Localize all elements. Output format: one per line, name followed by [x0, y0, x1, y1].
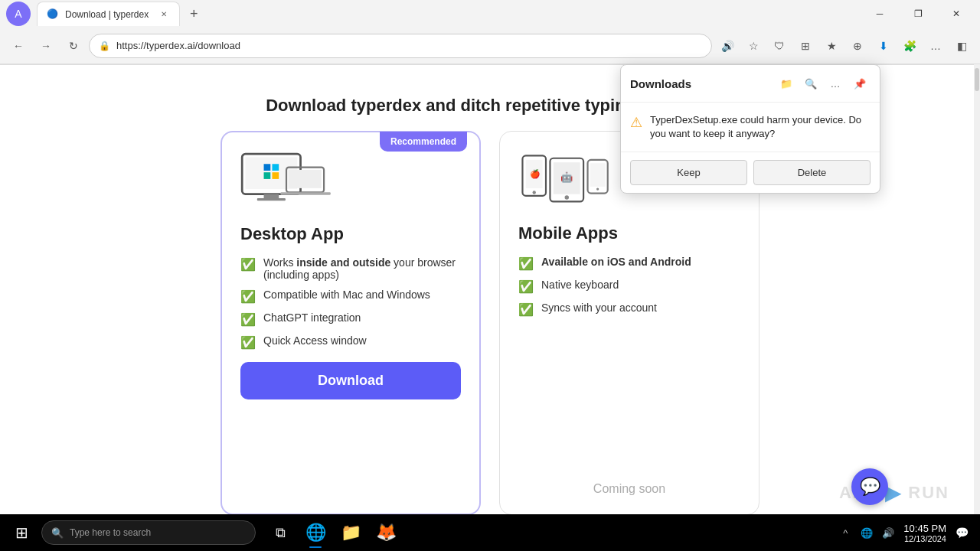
taskbar-search-placeholder: Type here to search	[70, 527, 151, 538]
read-aloud-button[interactable]: 🔊	[715, 34, 740, 58]
desktop-feature-list: ✅ Works inside and outside your browser …	[240, 256, 461, 350]
downloads-pin-button[interactable]: 📌	[849, 73, 871, 94]
back-button[interactable]: ←	[6, 34, 31, 58]
favorites-button[interactable]: ☆	[741, 34, 766, 58]
feature-item-3: ✅ ChatGPT integration	[240, 311, 461, 327]
desktop-card-title: Desktop App	[240, 224, 461, 244]
tab-close-button[interactable]: ✕	[158, 8, 170, 21]
split-screen-button[interactable]: ⊞	[793, 34, 818, 58]
desktop-app-icon	[240, 151, 332, 212]
warning-message: TyperDexSetup.exe could harm your device…	[650, 113, 871, 141]
mobile-check-icon-2: ✅	[518, 279, 534, 294]
taskbar: ⊞ 🔍 Type here to search ⧉ 🌐 📁 🦊 ^ 🌐 🔊 10…	[0, 514, 980, 551]
mobile-feature-list: ✅ Available on iOS and Android ✅ Native …	[518, 256, 740, 317]
chat-fab-button[interactable]: 💬	[851, 468, 888, 505]
downloads-search-button[interactable]: 🔍	[800, 73, 822, 94]
minimize-button[interactable]: ─	[862, 0, 897, 28]
svg-rect-7	[272, 172, 279, 179]
downloads-warning: ⚠ TyperDexSetup.exe could harm your devi…	[621, 103, 880, 152]
taskbar-system-tray: ^ 🌐 🔊 10:45 PM 12/13/2024 💬	[836, 523, 977, 543]
mobile-feature-text-1: Available on iOS and Android	[541, 256, 691, 268]
taskbar-explorer-app[interactable]: 📁	[334, 516, 368, 549]
tab-favicon: 🔵	[47, 8, 59, 21]
coming-soon-text: Coming soon	[518, 467, 740, 496]
scrollbar-thumb[interactable]	[975, 68, 979, 91]
browser-essentials-button[interactable]: 🛡	[767, 34, 792, 58]
svg-rect-10	[280, 192, 330, 194]
watermark-run-text: RUN	[908, 483, 949, 503]
svg-rect-3	[257, 198, 286, 201]
feature-item-4: ✅ Quick Access window	[240, 334, 461, 350]
profile-avatar[interactable]: A	[6, 2, 31, 26]
download-button[interactable]: ⬇	[871, 34, 896, 58]
edge-icon: 🌐	[305, 523, 326, 543]
svg-point-13	[533, 191, 536, 194]
taskbar-network-icon[interactable]: 🌐	[858, 523, 876, 542]
restore-button[interactable]: ❐	[900, 0, 936, 28]
settings-button[interactable]: …	[923, 34, 948, 58]
collections-button[interactable]: ⊕	[845, 34, 870, 58]
svg-point-21	[596, 187, 599, 190]
downloads-header-actions: 📁 🔍 … 📌	[776, 73, 871, 94]
svg-text:🤖: 🤖	[560, 171, 573, 184]
svg-rect-2	[264, 194, 279, 197]
favorites-bar-button[interactable]: ★	[819, 34, 844, 58]
downloads-panel-title: Downloads	[630, 77, 776, 90]
address-bar[interactable]: 🔒 https://typerdex.ai/download	[89, 34, 712, 58]
taskbar-firefox-app[interactable]: 🦊	[369, 516, 403, 549]
taskbar-search-bar[interactable]: 🔍 Type here to search	[41, 520, 256, 545]
sidebar-button[interactable]: ◧	[949, 34, 974, 58]
svg-rect-5	[272, 164, 279, 171]
forward-button[interactable]: →	[34, 34, 58, 58]
chat-icon: 💬	[860, 477, 880, 497]
tab-title: Download | typerdex	[65, 9, 149, 20]
taskbar-edge-app[interactable]: 🌐	[299, 516, 332, 549]
taskbar-time: 10:45 PM	[903, 523, 946, 534]
feature-text-3: ChatGPT integration	[263, 311, 361, 324]
keep-button[interactable]: Keep	[630, 160, 747, 185]
svg-text:🍎: 🍎	[530, 168, 541, 179]
desktop-card: Recommended	[220, 131, 481, 515]
task-view-icon: ⧉	[276, 525, 286, 541]
feature-text-4: Quick Access window	[263, 334, 367, 347]
download-button[interactable]: Download	[240, 362, 461, 399]
svg-rect-9	[289, 170, 322, 188]
page-scrollbar[interactable]	[974, 64, 980, 514]
taskbar-task-view[interactable]: ⧉	[263, 516, 297, 549]
svg-point-17	[565, 195, 569, 199]
taskbar-notification-button[interactable]: 💬	[952, 523, 971, 542]
taskbar-volume-icon[interactable]: 🔊	[879, 523, 897, 542]
taskbar-expand-button[interactable]: ^	[836, 523, 854, 542]
refresh-button[interactable]: ↻	[61, 34, 86, 58]
firefox-icon: 🦊	[376, 523, 397, 543]
extensions-button[interactable]: 🧩	[897, 34, 922, 58]
start-icon: ⊞	[15, 523, 28, 542]
recommended-badge: Recommended	[380, 132, 467, 152]
mobile-card-title: Mobile Apps	[518, 223, 740, 243]
svg-rect-6	[264, 172, 271, 179]
mobile-feature-text-2: Native keyboard	[541, 279, 619, 291]
svg-rect-4	[264, 164, 271, 171]
explorer-icon: 📁	[341, 523, 361, 543]
mobile-check-icon-3: ✅	[518, 302, 534, 317]
check-icon-2: ✅	[240, 289, 256, 304]
svg-rect-20	[590, 163, 606, 187]
mobile-feature-text-3: Syncs with your account	[541, 302, 657, 314]
close-button[interactable]: ✕	[939, 0, 974, 28]
downloads-panel: Downloads 📁 🔍 … 📌 ⚠ TyperDexSetup.exe co…	[620, 64, 880, 194]
delete-button[interactable]: Delete	[753, 160, 871, 185]
feature-item-1: ✅ Works inside and outside your browser …	[240, 256, 461, 281]
taskbar-clock[interactable]: 10:45 PM 12/13/2024	[900, 523, 949, 543]
start-button[interactable]: ⊞	[3, 514, 40, 551]
downloads-folder-button[interactable]: 📁	[776, 73, 797, 94]
new-tab-button[interactable]: +	[183, 3, 204, 24]
mobile-feature-item-1: ✅ Available on iOS and Android	[518, 256, 740, 271]
feature-item-2: ✅ Compatible with Mac and Windows	[240, 289, 461, 304]
downloads-more-button[interactable]: …	[825, 73, 846, 94]
downloads-action-buttons: Keep Delete	[621, 152, 880, 193]
mobile-app-icon: 🍎 🤖	[518, 150, 610, 211]
mobile-feature-item-2: ✅ Native keyboard	[518, 279, 740, 294]
active-tab[interactable]: 🔵 Download | typerdex ✕	[37, 2, 180, 26]
title-bar: A 🔵 Download | typerdex ✕ + ─ ❐ ✕	[0, 0, 980, 28]
lock-icon: 🔒	[99, 41, 110, 51]
